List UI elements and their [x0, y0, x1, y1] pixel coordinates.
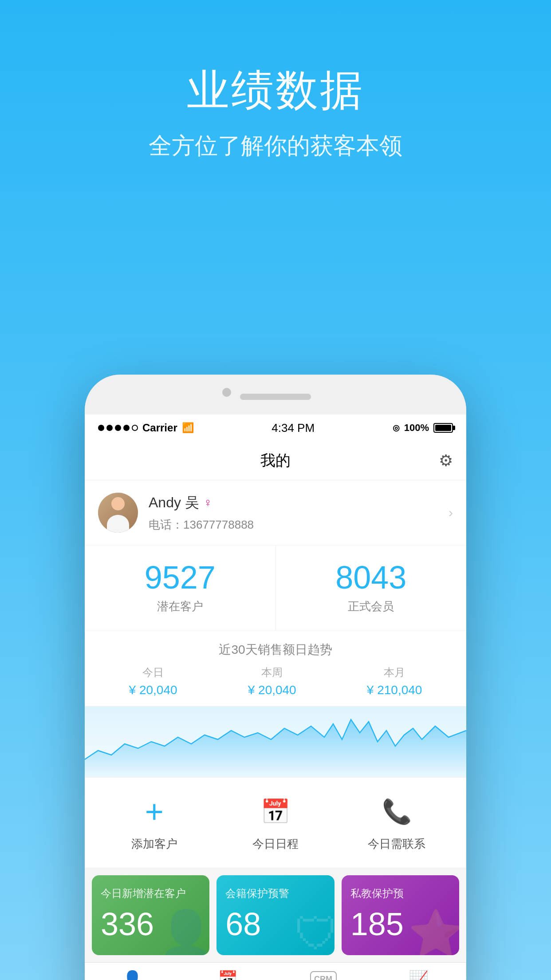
- chart-section: 近30天销售额日趋势 今日 ¥ 20,040 本周 ¥ 20,040 本月 ¥ …: [85, 631, 466, 778]
- user-section[interactable]: Andy 吴 ♀ 电话：13677778888 ›: [85, 480, 466, 545]
- tab-appointment-icon: 📅: [218, 970, 238, 980]
- avatar: [98, 493, 138, 533]
- action-today-contact-label: 今日需联系: [336, 836, 457, 852]
- phone-top: [85, 375, 466, 415]
- add-customer-icon-wrap: +: [137, 794, 172, 829]
- signal-dot-4: [123, 425, 130, 431]
- card-membership-warning-title: 会籍保护预警: [225, 886, 325, 901]
- card-pt-warning-title: 私教保护预: [350, 886, 450, 901]
- card-pt-warning[interactable]: 私教保护预 185 ⭐: [342, 875, 459, 955]
- battery-percent: 100%: [404, 422, 429, 434]
- card-potential-new[interactable]: 今日新增潜在客户 336 👤: [92, 875, 209, 955]
- phone-icon-wrap: 📞: [379, 794, 414, 829]
- chart-stat-month: 本月 ¥ 210,040: [367, 665, 422, 697]
- stats-section: 9527 潜在客户 8043 正式会员: [85, 545, 466, 631]
- calendar-icon-wrap: 📅: [258, 794, 293, 829]
- phone-mockup: Carrier 📶 4:34 PM ◎ 100% 我的 ⚙ Andy 吴: [85, 375, 466, 980]
- header-area: 业绩数据 全方位了解你的获客本领: [0, 0, 551, 188]
- status-bar: Carrier 📶 4:34 PM ◎ 100%: [85, 415, 466, 441]
- phone-call-icon: 📞: [382, 798, 412, 826]
- stat-number-potential: 9527: [94, 561, 267, 593]
- tab-appointment[interactable]: 📅 预约: [180, 970, 276, 980]
- user-info: Andy 吴 ♀ 电话：13677778888: [149, 493, 449, 533]
- user-name: Andy 吴: [149, 493, 199, 513]
- status-right: ◎ 100%: [393, 422, 453, 434]
- card-membership-warning[interactable]: 会籍保护预警 68 🛡: [216, 875, 334, 955]
- card-bg-star-icon: ⭐: [408, 907, 459, 955]
- chevron-right-icon: ›: [449, 505, 453, 520]
- tab-stats[interactable]: 📈 统计: [371, 970, 466, 980]
- crm-badge: CRM: [310, 971, 337, 980]
- signal-dot-2: [106, 425, 113, 431]
- chart-stat-week: 本周 ¥ 20,040: [248, 665, 296, 697]
- action-add-customer-label: 添加客户: [94, 836, 215, 852]
- stat-label-members: 正式会员: [285, 599, 458, 614]
- chart-stat-today-label: 今日: [129, 665, 177, 680]
- card-bg-person-icon: 👤: [158, 907, 209, 955]
- chart-stat-week-label: 本周: [248, 665, 296, 680]
- plus-icon: +: [145, 795, 164, 827]
- nav-bar: 我的 ⚙: [85, 441, 466, 480]
- actions-section: + 添加客户 📅 今日日程 📞 今日需联系: [85, 778, 466, 868]
- chart-stat-today-value: ¥ 20,040: [129, 683, 177, 697]
- chart-stats: 今日 ¥ 20,040 本周 ¥ 20,040 本月 ¥ 210,040: [85, 665, 466, 706]
- chart-svg: [85, 706, 466, 777]
- phone-speaker: [240, 394, 311, 400]
- stat-number-members: 8043: [285, 561, 458, 593]
- tab-bar: 👤 我的 📅 预约 CRM 客户 📈 统计: [85, 962, 466, 980]
- phone-camera: [222, 388, 231, 397]
- avatar-image: [98, 493, 138, 533]
- chart-stat-month-label: 本月: [367, 665, 422, 680]
- stat-item-potential[interactable]: 9527 潜在客户: [85, 545, 276, 630]
- phone-label: 电话：: [149, 518, 183, 531]
- battery-icon: [433, 423, 453, 433]
- chart-stat-today: 今日 ¥ 20,040: [129, 665, 177, 697]
- app-content: 我的 ⚙ Andy 吴 ♀ 电话：13677778888 › 9527: [85, 441, 466, 980]
- signal-dot-3: [115, 425, 121, 431]
- tab-crm[interactable]: CRM 客户: [276, 971, 371, 980]
- card-potential-new-title: 今日新增潜在客户: [101, 886, 201, 901]
- cards-section: 今日新增潜在客户 336 👤 会籍保护预警 68 🛡 私教保护预 185 ⭐: [85, 868, 466, 962]
- location-icon: ◎: [393, 423, 400, 433]
- action-today-contact[interactable]: 📞 今日需联系: [336, 794, 457, 852]
- wifi-icon: 📶: [182, 422, 194, 434]
- chart-stat-week-value: ¥ 20,040: [248, 683, 296, 697]
- header-subtitle: 全方位了解你的获客本领: [0, 130, 551, 162]
- settings-gear-icon[interactable]: ⚙: [439, 451, 453, 470]
- carrier-text: Carrier: [142, 422, 177, 434]
- user-name-row: Andy 吴 ♀: [149, 493, 449, 513]
- header-title: 业绩数据: [0, 62, 551, 120]
- status-time: 4:34 PM: [272, 421, 315, 435]
- status-left: Carrier 📶: [98, 422, 194, 434]
- gender-icon: ♀: [204, 496, 213, 510]
- stat-label-potential: 潜在客户: [94, 599, 267, 614]
- tab-stats-icon: 📈: [409, 970, 429, 980]
- nav-title: 我的: [260, 450, 291, 471]
- signal-dot-5: [132, 425, 138, 431]
- chart-title: 近30天销售额日趋势: [85, 631, 466, 665]
- chart-area: [85, 706, 466, 777]
- calendar-icon: 📅: [260, 798, 290, 826]
- action-add-customer[interactable]: + 添加客户: [94, 794, 215, 852]
- action-today-schedule[interactable]: 📅 今日日程: [215, 794, 336, 852]
- phone-number: 13677778888: [183, 518, 254, 531]
- tab-mine[interactable]: 👤 我的: [85, 970, 180, 980]
- stat-item-members[interactable]: 8043 正式会员: [276, 545, 467, 630]
- chart-stat-month-value: ¥ 210,040: [367, 683, 422, 697]
- tab-mine-icon: 👤: [122, 970, 142, 980]
- action-today-schedule-label: 今日日程: [215, 836, 336, 852]
- signal-dots: [98, 425, 138, 431]
- user-phone: 电话：13677778888: [149, 517, 449, 533]
- signal-dot-1: [98, 425, 104, 431]
- battery-fill: [435, 425, 451, 431]
- card-bg-shield-icon: 🛡: [295, 909, 335, 955]
